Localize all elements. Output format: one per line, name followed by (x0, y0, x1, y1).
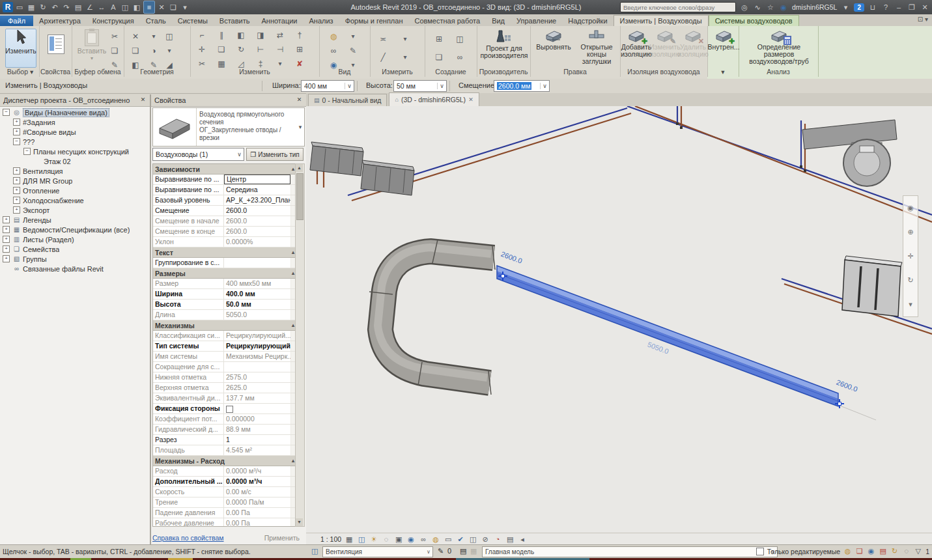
tab-file[interactable]: Файл (0, 16, 33, 26)
navbar-more-icon[interactable]: ▾ (909, 300, 912, 309)
edit-insulation-button[interactable]: ✎ Изменить изоляцию (650, 29, 680, 68)
cut-geometry-icon[interactable]: ✕ (130, 31, 141, 42)
left-radiators[interactable] (310, 142, 414, 195)
properties-help-link[interactable]: Справка по свойствам (152, 534, 224, 542)
editable-only-checkbox[interactable] (756, 548, 764, 555)
join-caret-icon[interactable]: ▾ (164, 46, 175, 56)
drawing-canvas[interactable]: 2600.0 5050.0 2600.0 ◉ ⊕ ✛ ↻ ▾ (306, 106, 932, 533)
scroll-up-icon[interactable]: ▲ (296, 164, 303, 172)
temporary-hide-icon[interactable]: ∞ (419, 535, 428, 544)
tab-architecture[interactable]: Архитектура (33, 16, 87, 26)
visual-style-icon[interactable]: ◫ (357, 535, 366, 544)
group-header-mechanical[interactable]: Механизмы▴ (153, 320, 296, 331)
tree-item-groups[interactable]: +▧Группы (0, 254, 150, 264)
notification-badge[interactable]: 2 (854, 3, 864, 12)
override-graphics-icon[interactable]: ✎ (348, 46, 358, 56)
swap-icon[interactable]: ⇄ (275, 30, 285, 40)
tab-steel[interactable]: Сталь (140, 16, 172, 26)
panel-label-duct-lining[interactable]: ▾ (707, 68, 739, 76)
hide-icon[interactable]: ∞ (328, 46, 339, 56)
tab-analyze[interactable]: Анализ (303, 16, 339, 26)
tree-item-structural-plans[interactable]: −Планы несущих конструкций (0, 147, 150, 156)
view-tab-3d[interactable]: ⌂ (3D - dmishin6RG5L) ✕ (389, 92, 479, 106)
tree-item-cooling[interactable]: +Холодоснабжение (0, 195, 150, 205)
design-option-combo[interactable]: Главная модель ∨ (482, 546, 778, 557)
group-header-text[interactable]: Текст▴ (153, 247, 296, 258)
fix-side-checkbox[interactable] (226, 406, 233, 413)
demolish-icon[interactable]: ◑ (148, 46, 159, 56)
minimize-icon[interactable]: – (894, 1, 903, 13)
measure-icon[interactable]: ∠ (85, 1, 95, 13)
mirror-pick-icon[interactable]: ◧ (236, 30, 246, 40)
analytical-model-icon[interactable]: ◔ (493, 535, 502, 544)
create-assembly-icon[interactable]: ∞ (455, 52, 465, 63)
reveal-constraints-icon[interactable]: ⊘ (481, 535, 490, 544)
detail-level-icon[interactable]: ▦ (345, 535, 354, 544)
gray-duct-elbow[interactable] (369, 240, 495, 395)
scroll-thumb[interactable] (296, 173, 304, 220)
tree-item-views[interactable]: −◎Виды (Назначение вида) (0, 107, 150, 117)
shadows-icon[interactable]: ◌ (382, 535, 391, 544)
close-hidden-windows-icon[interactable]: ✕ (156, 1, 167, 13)
type-caret-icon[interactable]: ▾ (296, 108, 304, 146)
collapse-icon[interactable]: ▴ (292, 270, 294, 276)
selection-filter-icon[interactable]: ▽ (914, 547, 922, 555)
restore-icon[interactable]: ❐ (907, 1, 916, 13)
justify-button[interactable]: Выровнять (533, 29, 574, 68)
qat-customize-caret-icon[interactable]: ▾ (180, 1, 190, 13)
section-icon[interactable]: ◧ (132, 1, 142, 13)
rotate-icon[interactable]: ↻ (236, 44, 246, 55)
panel-label-select[interactable]: Выбор ▾ (1, 68, 39, 76)
project-browser-header[interactable]: Диспетчер проекта - ОВ_отсоединено ✕ (0, 94, 150, 107)
scroll-down-icon[interactable]: ▼ (296, 518, 303, 526)
cut-caret-icon[interactable]: ▾ (148, 31, 159, 42)
view-tab-close-icon[interactable]: ✕ (468, 96, 473, 103)
links-status-icon[interactable]: ❏ (855, 547, 864, 555)
dimension-icon[interactable]: ╱ (378, 52, 388, 63)
tree-item-etazh-02[interactable]: Этаж 02 (0, 156, 150, 166)
cap-open-ends-button[interactable]: Открытые концы заглушки (574, 29, 619, 68)
tab-view[interactable]: Вид (486, 16, 511, 26)
group-header-dimensions[interactable]: Размеры▴ (153, 268, 296, 279)
temporary-view-properties-icon[interactable]: ✔ (456, 535, 465, 544)
undo-icon[interactable]: ↶ (49, 1, 60, 13)
copy-geometry-icon[interactable]: ❏ (130, 46, 141, 56)
scale-control[interactable]: 1 : 100 (320, 535, 341, 543)
open-icon[interactable]: ▭ (14, 1, 25, 13)
sync-icon[interactable]: ↻ (38, 1, 48, 13)
workset-combo[interactable]: Вентиляция ∨ (322, 546, 433, 557)
help-icon[interactable]: ? (881, 1, 890, 13)
editing-requests-icon[interactable]: ✎ (438, 547, 444, 555)
mirror-axis-icon[interactable]: ◨ (255, 30, 266, 40)
reveal-hidden-icon[interactable]: ◍ (431, 535, 440, 544)
app-store-cart-icon[interactable]: ⊔ (868, 1, 877, 13)
background-processes-icon[interactable]: ◍ (843, 547, 852, 555)
tree-item-sheets[interactable]: +▥Листы (Раздел) (0, 234, 150, 244)
tab-annotate[interactable]: Аннотации (256, 16, 304, 26)
create-group-icon[interactable]: ❏ (434, 52, 444, 63)
workset-caret-icon[interactable]: ∨ (425, 549, 432, 555)
show-crop-icon[interactable]: ◉ (406, 535, 416, 544)
search-input[interactable] (620, 2, 736, 12)
extend-icon[interactable]: ⊣ (275, 44, 285, 55)
workset-icon[interactable]: ◫ (311, 547, 318, 555)
project-browser-close-icon[interactable]: ✕ (139, 96, 147, 104)
save-icon[interactable]: ▦ (26, 1, 36, 13)
offset-value[interactable]: 2600.0 мм (497, 82, 531, 90)
dimension-caret-icon[interactable]: ▾ (400, 52, 410, 63)
move-icon[interactable]: ✛ (197, 44, 207, 55)
add-insulation-button[interactable]: ✚ Добавить изоляцию (621, 29, 651, 68)
close-icon[interactable]: ✕ (920, 1, 929, 13)
manufacturer-project-button[interactable]: Проект для производителя (479, 29, 529, 68)
dim-length[interactable]: 5050.0 (647, 341, 670, 356)
design-options-icon[interactable]: ▦ (470, 547, 477, 555)
thin-lines-icon[interactable]: ≡ (143, 1, 155, 14)
favorites-icon[interactable]: ☆ (766, 1, 775, 13)
user-caret-icon[interactable]: ▾ (841, 1, 850, 13)
tab-structure[interactable]: Конструкция (87, 16, 140, 26)
default-3d-view-icon[interactable]: ◫ (120, 1, 130, 13)
tab-systems[interactable]: Системы (172, 16, 214, 26)
copy-element-icon[interactable]: ❏ (216, 44, 227, 55)
tab-collaborate[interactable]: Совместная работа (408, 16, 486, 26)
orbit-icon[interactable]: ↻ (907, 276, 913, 285)
